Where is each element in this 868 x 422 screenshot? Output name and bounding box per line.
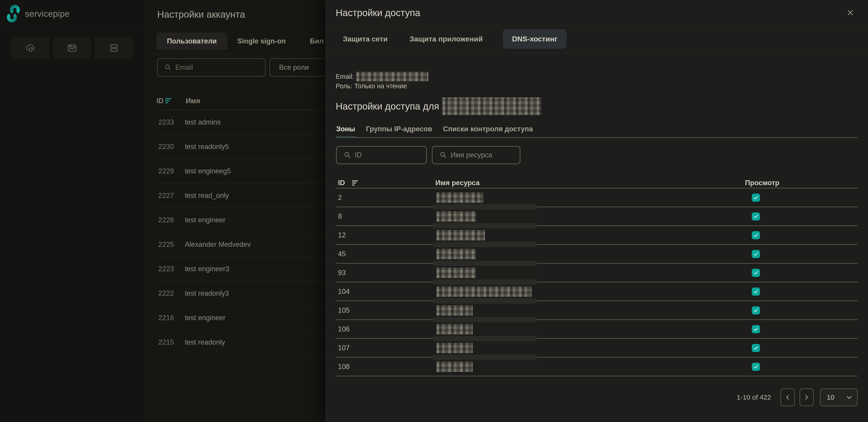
brand-name: servicepipe — [25, 9, 70, 19]
cloud-shield-icon — [25, 42, 36, 54]
divider — [325, 53, 868, 54]
redacted-resource-name — [436, 268, 476, 278]
user-id: 2222 — [158, 289, 174, 297]
column-name[interactable]: Имя — [186, 97, 200, 105]
users-table-header: ID Имя — [157, 96, 200, 106]
role-label: Роль: — [336, 83, 352, 90]
zones-table-header: ID Имя ресурса Просмотр — [336, 178, 858, 188]
id-filter-field[interactable] — [336, 146, 427, 164]
subtab-ip-groups[interactable]: Группы IP-адресов — [366, 125, 432, 133]
sort-desc-icon[interactable] — [352, 180, 359, 186]
column-id[interactable]: ID — [338, 179, 345, 187]
pagination-range: 1-10 of 422 — [737, 393, 771, 401]
redaction-bar — [433, 336, 537, 341]
tab-app-protection[interactable]: Защита приложений — [409, 29, 483, 49]
nav-app-protection-button[interactable] — [53, 37, 91, 59]
view-checkbox-checked[interactable] — [752, 306, 760, 315]
zone-id: 8 — [338, 213, 342, 221]
prev-page-button[interactable] — [781, 389, 795, 406]
zone-id: 106 — [338, 325, 350, 333]
user-id: 2227 — [158, 192, 174, 200]
view-checkbox-checked[interactable] — [752, 288, 760, 296]
resource-subtabs: Зоны Группы IP-адресов Списки контроля д… — [336, 125, 533, 133]
check-icon — [753, 326, 759, 332]
user-name: test readonly3 — [185, 289, 229, 297]
zone-id: 93 — [338, 269, 346, 277]
subtab-acl[interactable]: Списки контроля доступа — [443, 125, 533, 133]
column-resource-name[interactable]: Имя ресурса — [435, 179, 480, 187]
chevron-down-icon — [846, 395, 852, 399]
tab-dns-hosting[interactable]: DNS-хостинг — [503, 29, 566, 49]
table-row: 107 — [336, 339, 858, 357]
next-page-button[interactable] — [800, 389, 814, 406]
active-subtab-indicator — [336, 136, 357, 138]
table-row: 105 — [336, 301, 858, 320]
tab-billing[interactable]: Бил — [310, 33, 324, 50]
view-checkbox-checked[interactable] — [752, 213, 760, 221]
check-icon — [753, 232, 759, 238]
view-checkbox-checked[interactable] — [752, 250, 760, 258]
view-checkbox-checked[interactable] — [752, 231, 760, 239]
table-row: 8 — [336, 207, 858, 226]
zone-id: 12 — [338, 231, 346, 239]
user-name: test engineer — [185, 314, 225, 322]
view-checkbox-checked[interactable] — [752, 325, 760, 333]
page-size-value: 10 — [827, 393, 834, 401]
redacted-account-name — [442, 97, 541, 115]
view-checkbox-checked[interactable] — [752, 269, 760, 277]
sort-desc-icon[interactable] — [165, 98, 172, 104]
table-row: 106 — [336, 320, 858, 339]
user-name: test readonly — [185, 338, 225, 346]
user-name: test admins — [185, 118, 221, 126]
redaction-bar — [433, 261, 537, 266]
redacted-resource-name — [436, 305, 473, 316]
redacted-resource-name — [436, 324, 473, 334]
table-row: 93 — [336, 263, 858, 282]
servers-icon — [108, 42, 119, 54]
zone-id: 2 — [338, 194, 342, 202]
table-row: 2 — [336, 188, 858, 207]
user-role-line: Роль: Только на чтение — [336, 83, 407, 90]
redaction-bar — [433, 204, 537, 209]
user-id: 2229 — [158, 167, 174, 175]
zone-id: 45 — [338, 250, 346, 258]
check-icon — [753, 214, 759, 219]
user-name: test engineer3 — [185, 265, 229, 273]
redaction-bar — [433, 223, 537, 228]
user-id: 2226 — [158, 216, 174, 224]
email-search-input[interactable] — [175, 63, 250, 71]
subtab-zones[interactable]: Зоны — [336, 125, 355, 133]
search-icon — [344, 152, 351, 159]
check-icon — [753, 289, 759, 295]
view-checkbox-checked[interactable] — [752, 363, 760, 371]
close-button[interactable] — [844, 7, 856, 19]
zone-id: 108 — [338, 363, 350, 371]
user-name: test engineer — [185, 216, 225, 224]
nav-ddos-protection-button[interactable] — [11, 37, 50, 59]
resource-name-filter-field[interactable] — [432, 146, 520, 164]
view-checkbox-checked[interactable] — [752, 344, 760, 352]
tab-users[interactable]: Пользователи — [157, 33, 227, 50]
email-search-field[interactable] — [157, 58, 266, 76]
user-id: 2216 — [158, 314, 174, 322]
zone-id: 105 — [338, 306, 350, 315]
id-filter-input[interactable] — [355, 151, 413, 159]
user-id: 2225 — [158, 240, 174, 249]
tab-single-sign-on[interactable]: Single sign-on — [238, 33, 286, 50]
check-icon — [753, 270, 759, 276]
modal-title: Настройки доступа — [336, 7, 420, 18]
view-checkbox-checked[interactable] — [752, 194, 760, 202]
page-size-select[interactable]: 10 — [820, 389, 858, 406]
resource-name-filter-input[interactable] — [451, 151, 507, 159]
tab-network-protection[interactable]: Защита сети — [343, 29, 388, 49]
user-name: test read_only — [185, 192, 229, 200]
zones-table: 2 8 12 — [336, 188, 858, 376]
redaction-bar — [433, 355, 537, 360]
column-id[interactable]: ID — [157, 97, 163, 105]
redacted-resource-name — [436, 230, 485, 240]
user-id: 2215 — [158, 338, 174, 346]
sidebar-divider — [0, 25, 145, 25]
page-title: Настройки аккаунта — [157, 9, 245, 20]
nav-dns-hosting-button[interactable] — [95, 37, 133, 59]
servicepipe-logo-icon — [7, 4, 20, 24]
